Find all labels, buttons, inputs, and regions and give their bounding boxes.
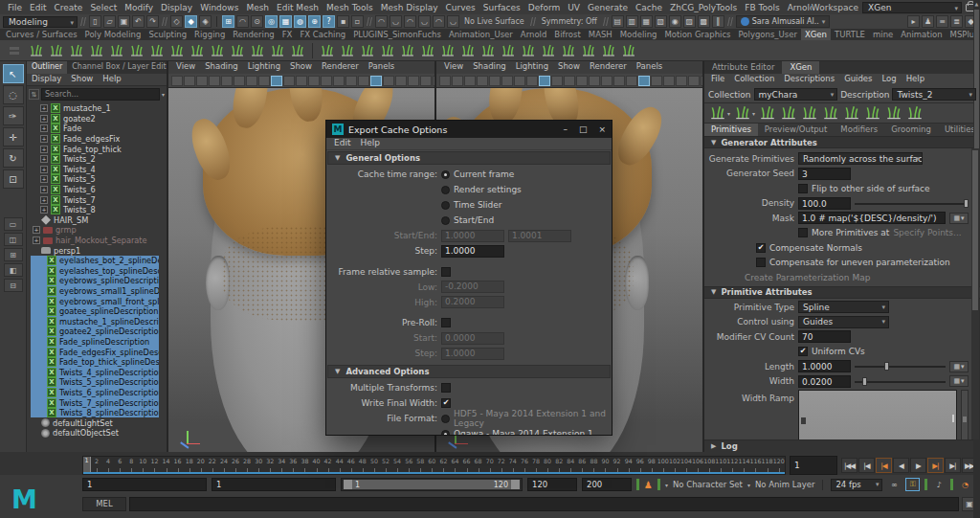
- fps-dropdown[interactable]: 24 fps: [831, 479, 882, 491]
- width-slider[interactable]: [855, 375, 946, 388]
- shelf-tab[interactable]: Bifrost: [550, 29, 584, 40]
- viewport-menu-item[interactable]: Renderer: [317, 61, 364, 74]
- range-slider[interactable]: 1 120: [341, 478, 523, 491]
- time-slider-radio[interactable]: [441, 201, 450, 210]
- character-set-label[interactable]: No Character Set: [673, 480, 743, 489]
- shelf-tab[interactable]: Sculpting: [145, 29, 190, 40]
- outliner-item[interactable]: + mustache_1_splineDescription: [31, 316, 159, 327]
- expand-icon[interactable]: +: [40, 166, 48, 173]
- range-start-handle[interactable]: [344, 480, 352, 489]
- tool-button[interactable]: ⊡: [3, 169, 24, 189]
- xgen-shelf-icon[interactable]: [87, 42, 106, 59]
- playback-start-field[interactable]: 1: [212, 478, 336, 491]
- viewport-display-icon[interactable]: [514, 76, 525, 86]
- xgen-subtab[interactable]: Preview/Output: [758, 124, 834, 136]
- shelf-menu-handle[interactable]: [3, 47, 26, 55]
- viewport-menu-item[interactable]: Lighting: [243, 61, 285, 74]
- xgen-shelf-icon[interactable]: [338, 42, 357, 59]
- file-icon[interactable]: ▣: [118, 15, 130, 28]
- file-icon[interactable]: ▯: [89, 15, 101, 28]
- outliner-item[interactable]: + Fade_edgesFix_splineDescription: [31, 347, 159, 357]
- group-divider[interactable]: [727, 17, 733, 26]
- xgen-panel-scrollbar[interactable]: [971, 148, 979, 439]
- viewport-display-icon[interactable]: [489, 76, 501, 86]
- outliner-item[interactable]: + grmp: [31, 225, 159, 236]
- tool-button[interactable]: ◌: [3, 85, 24, 104]
- viewport-display-icon[interactable]: [296, 76, 307, 86]
- mute-audio-icon[interactable]: ♪: [932, 479, 946, 491]
- construction-history-icon[interactable]: ◡: [418, 15, 431, 28]
- viewport-display-icon[interactable]: [370, 76, 382, 86]
- shelf-tab[interactable]: MASH: [585, 29, 616, 40]
- viewport-display-icon[interactable]: [539, 76, 550, 86]
- xgen-tool-icon[interactable]: ▾: [822, 104, 839, 122]
- menu-item[interactable]: ZhCG_PolyTools: [666, 3, 741, 12]
- start-field[interactable]: 1.0000: [441, 230, 504, 242]
- outliner-item[interactable]: + Twists_6: [31, 185, 159, 195]
- viewport-display-icon[interactable]: [171, 76, 183, 86]
- viewport-display-icon[interactable]: [452, 76, 463, 86]
- viewport-display-icon[interactable]: [358, 76, 369, 86]
- shelf-tab[interactable]: FX: [278, 29, 297, 40]
- viewport-menu-item[interactable]: Lighting: [511, 61, 553, 74]
- viewport-menu-item[interactable]: View: [171, 61, 200, 74]
- signed-in-user-menu[interactable]: Sara Almusali Al.. ▾: [736, 15, 831, 28]
- viewport-display-icon[interactable]: [433, 76, 434, 86]
- snap-icon[interactable]: ⊞: [222, 15, 234, 28]
- outliner-item[interactable]: + Twists_8_splineDescription: [31, 408, 159, 418]
- viewport-menu-item[interactable]: Shading: [200, 61, 243, 74]
- primitive-type-dropdown[interactable]: Spline: [798, 301, 889, 313]
- xgen-tool-icon[interactable]: ▾: [780, 104, 797, 122]
- snap-icon[interactable]: ◎: [265, 15, 278, 28]
- viewport-display-icon[interactable]: [258, 76, 270, 86]
- xgen-subtab[interactable]: Modifiers: [834, 124, 884, 136]
- selection-mask-icon[interactable]: ◈: [199, 15, 212, 28]
- outliner-item[interactable]: + hair_Mockout_Separate: [31, 236, 159, 246]
- outliner-item[interactable]: + eyelashes_bot_2_splineDescription: [31, 256, 159, 266]
- xgen-shelf-icon[interactable]: [519, 42, 538, 59]
- outliner-item[interactable]: + eyebrows_splineDescription: [31, 276, 159, 286]
- viewport-display-icon[interactable]: [383, 76, 394, 86]
- render-icon[interactable]: ▥: [626, 15, 638, 28]
- frame-relative-sample-checkbox[interactable]: [441, 267, 451, 277]
- length-map-button[interactable]: ▦▾: [949, 361, 969, 372]
- hdf5-radio[interactable]: [441, 415, 450, 423]
- panel-tab[interactable]: Channel Box / Layer Editor: [67, 61, 167, 74]
- search-input[interactable]: [41, 88, 160, 101]
- viewport-display-icon[interactable]: [184, 76, 195, 86]
- low-field[interactable]: -0.2000: [441, 281, 504, 293]
- xgen-shelf-icon[interactable]: [559, 42, 578, 59]
- create-parameterization-map-button[interactable]: Create Parameterization Map: [745, 273, 870, 282]
- outliner-item[interactable]: + Fade_top_thick_splineDescription: [31, 357, 159, 368]
- general-options-header[interactable]: ▼General Options: [327, 151, 611, 165]
- menu-item[interactable]: Display: [157, 3, 196, 12]
- xgen-tool-icon[interactable]: ▾: [801, 104, 818, 122]
- viewport-display-icon[interactable]: [663, 76, 675, 86]
- anim-layer-dropdown-icon[interactable]: ▾: [747, 482, 750, 488]
- mel-language-button[interactable]: MEL: [82, 497, 126, 511]
- description-dropdown[interactable]: Twists_2: [892, 88, 976, 101]
- outliner-item[interactable]: + Twists_7: [31, 194, 159, 205]
- outliner-item[interactable]: + HAIR_SM: [31, 215, 159, 226]
- expand-icon[interactable]: +: [33, 226, 40, 234]
- construction-history-icon[interactable]: ◠: [375, 15, 388, 28]
- outliner-menu-item[interactable]: Show: [66, 74, 98, 85]
- viewport-display-icon[interactable]: [601, 76, 612, 86]
- generator-attributes-header[interactable]: ▼Generator Attributes: [704, 136, 980, 148]
- outliner-item[interactable]: + eyebrows_small_front_splineDescription: [31, 296, 159, 306]
- xgen-shelf-icon[interactable]: [418, 42, 437, 59]
- viewport-menu-item[interactable]: Show: [553, 61, 585, 74]
- snap-icon[interactable]: ▫: [351, 15, 364, 28]
- xgen-shelf-icon[interactable]: [619, 42, 638, 59]
- menu-item[interactable]: Mesh Tools: [323, 3, 377, 12]
- expand-icon[interactable]: +: [40, 104, 48, 112]
- viewport-display-icon[interactable]: [638, 76, 650, 86]
- render-icon[interactable]: ▤: [612, 15, 624, 28]
- current-frame-radio[interactable]: [441, 170, 450, 179]
- anim-layer-label[interactable]: No Anim Layer: [755, 480, 815, 489]
- playback-button[interactable]: ▶: [910, 458, 926, 473]
- step-field[interactable]: 1.0000: [441, 245, 504, 258]
- density-field[interactable]: 100.0: [798, 197, 851, 210]
- viewport-display-icon[interactable]: [551, 76, 563, 86]
- xgen-shelf-icon[interactable]: [499, 42, 518, 59]
